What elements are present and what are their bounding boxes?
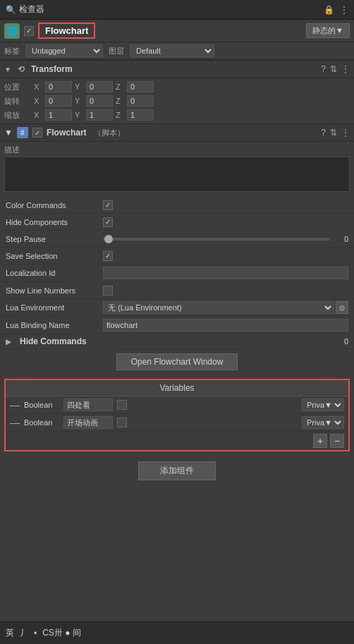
var-name-input-1[interactable] [63,399,113,411]
bottom-text-2: 丿 [20,627,28,639]
flowchart-help-icon[interactable]: ? [321,128,326,138]
var-name-input-2[interactable] [63,416,113,429]
localization-id-label: Localization Id [6,269,97,277]
localization-id-input[interactable] [103,267,348,279]
layer-label: 图层 [109,46,124,56]
open-flowchart-button[interactable]: Open Flowchart Window [116,353,238,370]
var-dash-1: — [10,399,20,411]
lua-environment-select[interactable]: 无 (Lua Environment) [103,301,334,314]
add-component-row: 添加组件 [0,456,354,486]
more-icon[interactable]: ⋮ [341,64,350,74]
description-section: 描述 [0,142,354,197]
object-header: 🌐 Flowchart 静态的▼ [0,20,354,42]
variable-row-2: — Boolean Priva▼ [6,414,348,432]
transform-arrow[interactable]: ▼ [4,66,11,73]
save-selection-checkbox[interactable] [103,251,113,261]
inspector-icon: 🔍 [6,5,16,15]
variable-add-button[interactable]: + [313,434,327,448]
hide-commands-row: ▶ Hide Commands 0 [0,334,354,349]
position-xyz: X Y Z [34,81,350,92]
hide-commands-arrow[interactable]: ▶ [6,337,11,346]
transform-icon: ⟲ [16,63,27,75]
variables-footer: + − [6,432,348,450]
color-commands-label: Color Commands [6,201,97,209]
tag-layer-row: 标签 Untagged 图层 Default [0,42,354,60]
lua-environment-row: Lua Environment 无 (Lua Environment) ⊙ [0,299,354,317]
scl-x-input[interactable] [45,109,72,121]
rot-z-label: Z [116,97,124,105]
scale-row: 缩放 X Y Z [4,108,350,122]
description-textarea[interactable] [4,157,350,192]
save-selection-value [103,251,348,261]
var-privacy-2: Priva▼ [302,416,344,429]
rot-y-label: Y [75,97,83,105]
flowchart-actions: ? ⇅ ⋮ [321,128,350,138]
flowchart-script-icon: # [17,127,28,138]
variable-remove-button[interactable]: − [330,434,344,448]
var-checkbox-2[interactable] [117,418,127,427]
pos-x-label: X [34,83,42,91]
lua-env-btn[interactable]: ⊙ [336,301,348,314]
var-privacy-select-1[interactable]: Priva▼ [302,399,344,411]
lua-binding-name-input[interactable] [103,319,348,332]
step-pause-value: 0 [103,235,348,243]
flowchart-arrow[interactable]: ▼ [4,128,13,138]
var-privacy-1: Priva▼ [302,399,344,411]
help-icon[interactable]: ? [321,64,326,74]
menu-icon[interactable]: ⋮ [340,5,348,15]
add-component-button[interactable]: 添加组件 [138,461,216,480]
var-type-2: Boolean [24,418,59,427]
top-bar: 🔍 检查器 🔒 ⋮ [0,0,354,20]
scl-y-label: Y [75,111,83,119]
scl-z-label: Z [116,111,124,119]
bottom-bar: 英 丿 • CS卅 ● 间 [0,621,354,644]
var-dash-2: — [10,417,20,428]
hide-components-row: Hide Components [0,214,354,231]
position-row: 位置 X Y Z [4,80,350,94]
transform-title: Transform [31,64,73,74]
pos-x-input[interactable] [45,81,72,92]
color-commands-checkbox[interactable] [103,200,113,210]
flowchart-subtitle: （脚本） [94,128,125,138]
object-name[interactable]: Flowchart [38,23,95,39]
variable-row-1: — Boolean Priva▼ [6,396,348,414]
pos-y-input[interactable] [86,81,113,92]
scale-xyz: X Y Z [34,109,350,121]
save-selection-row: Save Selection [0,248,354,265]
var-checkbox-1[interactable] [117,400,127,410]
scl-z-input[interactable] [127,109,154,121]
transform-actions: ? ⇅ ⋮ [321,64,350,74]
slider-thumb [104,235,113,243]
tag-select[interactable]: Untagged [25,44,103,57]
step-pause-display: 0 [334,235,348,243]
rot-z-input[interactable] [127,95,154,107]
pos-z-input[interactable] [127,81,154,92]
localization-id-row: Localization Id [0,265,354,282]
flowchart-more-icon[interactable]: ⋮ [341,128,350,138]
flowchart-settings-icon[interactable]: ⇅ [330,128,337,138]
variables-header: Variables [6,380,348,396]
rot-x-label: X [34,97,42,105]
flowchart-enabled-checkbox[interactable] [32,128,42,138]
show-line-numbers-row: Show Line Numbers [0,282,354,299]
show-line-numbers-checkbox[interactable] [103,286,113,296]
lock-icon[interactable]: 🔒 [324,5,334,15]
settings-icon[interactable]: ⇅ [330,64,337,74]
rot-y-input[interactable] [86,95,113,107]
rot-x-input[interactable] [45,95,72,107]
var-privacy-select-2[interactable]: Priva▼ [302,416,344,429]
step-pause-slider-container: 0 [103,235,348,243]
object-active-checkbox[interactable] [24,26,34,36]
hide-components-checkbox[interactable] [103,217,113,227]
show-line-numbers-value [103,286,348,296]
color-commands-row: Color Commands [0,197,354,214]
static-button[interactable]: 静态的▼ [306,23,350,38]
lua-binding-name-label: Lua Binding Name [6,321,97,329]
bottom-text-1: 英 [6,627,14,639]
step-pause-slider[interactable] [103,238,330,241]
scl-y-input[interactable] [86,109,113,121]
transform-grid: 位置 X Y Z 旋转 X Y Z 缩放 X Y Z [0,78,354,123]
layer-select[interactable]: Default [130,44,214,57]
save-selection-label: Save Selection [6,252,97,260]
lua-binding-name-value [103,319,348,332]
